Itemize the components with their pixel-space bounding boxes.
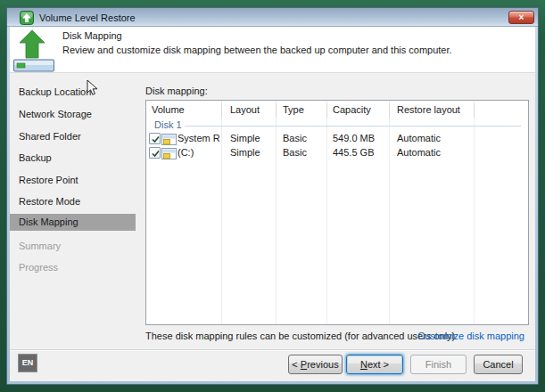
column-header-volume[interactable]: Volume [152,104,185,115]
sidebar-item-shared-folder[interactable]: Shared Folder [19,131,81,143]
cell-layout[interactable]: Simple [230,133,260,144]
window-title: Volume Level Restore [39,12,136,23]
footer-note: These disk mapping rules can be customiz… [145,331,455,341]
close-button[interactable]: × [508,11,534,24]
header-divider [221,103,222,118]
previous-button-rest: revious [307,359,338,370]
header-divider [474,103,475,118]
cell-layout[interactable]: Simple [230,147,260,159]
next-button-accel: N [360,359,367,370]
column-header-type[interactable]: Type [283,104,304,115]
column-header-capacity[interactable]: Capacity [333,104,371,115]
cell-capacity[interactable]: 445.5 GB [333,147,374,159]
column-divider [474,101,475,324]
app-icon [20,11,34,25]
cell-volume[interactable]: System Re... [178,133,220,144]
sidebar-item-network-storage[interactable]: Network Storage [19,109,92,121]
step-description: Review and customize disk mapping betwee… [62,45,452,55]
sidebar-item-backup[interactable]: Backup [19,152,52,165]
column-divider [389,101,390,324]
column-divider [221,101,222,324]
disk-group-label: Disk 1 [154,119,182,130]
previous-button-prefix: < [292,359,300,370]
disk-mapping-table[interactable]: Volume Layout Type Capacity Restore layo… [145,100,529,325]
desktop: Volume Level Restore × Disk Mapping Revi… [0,0,545,392]
finish-button: Finish [410,355,467,374]
sidebar-item-backup-location[interactable]: Backup Location [19,86,91,99]
sidebar-item-summary: Summary [19,241,61,253]
sidebar-item-disk-mapping[interactable]: Disk Mapping [19,216,78,229]
header-divider [389,103,390,118]
restore-volume-icon [13,29,54,72]
mouse-cursor-icon [87,79,98,96]
cell-volume[interactable]: (C:) [178,147,220,159]
volume-icon [161,134,177,145]
cell-type[interactable]: Basic [283,133,307,144]
cell-capacity[interactable]: 549.0 MB [333,133,375,144]
next-button-rest: ext > [367,359,389,370]
column-divider [276,101,277,324]
header-divider [326,103,327,118]
customize-disk-mapping-link[interactable]: Customize disk mapping [417,331,524,341]
list-label: Disk mapping: [145,86,208,96]
volume-icon [161,148,177,159]
button-separator-highlight [10,350,535,351]
row-checkbox[interactable] [149,147,161,159]
disk-group-line [185,126,521,127]
column-header-restore-layout[interactable]: Restore layout [397,104,460,115]
sidebar-item-progress: Progress [19,262,58,274]
language-indicator[interactable]: EN [18,354,37,372]
next-button[interactable]: Next > [346,355,403,374]
cancel-button[interactable]: Cancel [474,355,523,374]
cell-restore-layout[interactable]: Automatic [397,133,441,144]
cell-type[interactable]: Basic [283,147,307,159]
sidebar-item-restore-mode[interactable]: Restore Mode [19,196,80,208]
cell-restore-layout[interactable]: Automatic [397,147,441,159]
column-divider [326,101,327,324]
step-title: Disk Mapping [62,30,122,41]
previous-button[interactable]: < Previous [288,355,343,374]
row-checkbox[interactable] [149,133,161,144]
sidebar-item-restore-point[interactable]: Restore Point [19,175,78,187]
column-header-layout[interactable]: Layout [230,104,260,115]
header-divider [276,103,277,118]
